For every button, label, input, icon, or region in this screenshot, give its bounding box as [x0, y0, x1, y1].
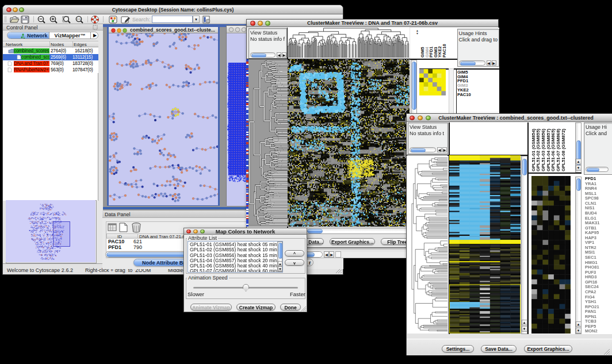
svg-text:1:1: 1:1	[77, 18, 81, 21]
